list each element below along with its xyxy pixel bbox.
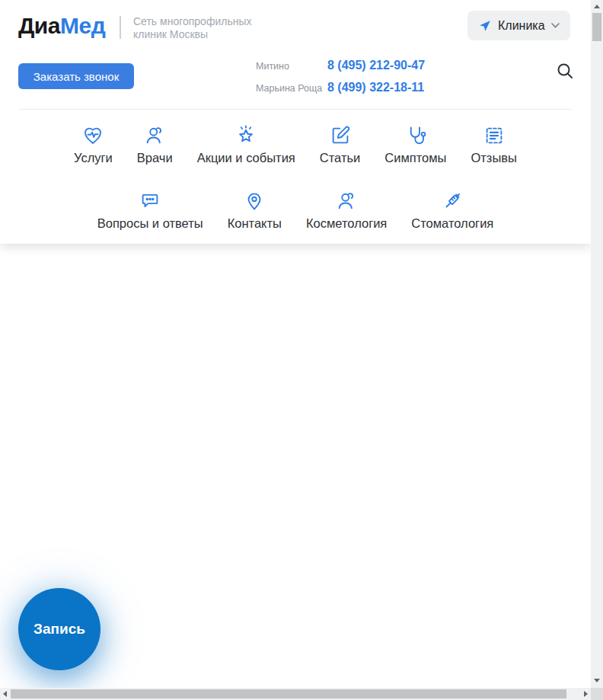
tagline-line2: клиник Москвы bbox=[133, 28, 252, 41]
phones-block: Митино 8 (495) 212-90-47 Марьина Роща 8 … bbox=[256, 59, 425, 103]
logo-part-med: Мед bbox=[60, 13, 105, 38]
review-list-icon bbox=[483, 123, 506, 148]
nav-label: Косметология bbox=[306, 216, 387, 230]
appointment-fab[interactable]: Запись bbox=[18, 588, 100, 670]
nav-item-reviews[interactable]: Отзывы bbox=[471, 123, 516, 165]
nav-item-contacts[interactable]: Контакты bbox=[228, 189, 282, 230]
nav-label: Услуги bbox=[74, 151, 113, 165]
nav-item-doctors[interactable]: Врачи bbox=[137, 123, 173, 165]
scroll-up-arrow-icon[interactable] bbox=[594, 5, 600, 8]
nav-item-promotions[interactable]: Акции и события bbox=[197, 123, 295, 165]
phone-location: Митино bbox=[256, 61, 327, 72]
navigation-arrow-icon bbox=[478, 19, 492, 33]
horizontal-scrollbar[interactable] bbox=[0, 688, 591, 700]
site-tagline: Сеть многопрофильных клиник Москвы bbox=[133, 15, 252, 40]
logo-divider bbox=[120, 16, 121, 39]
phone-row-mitino: Митино 8 (495) 212-90-47 bbox=[256, 59, 425, 72]
order-call-button[interactable]: Заказать звонок bbox=[18, 63, 134, 89]
person-icon bbox=[335, 189, 358, 213]
doctor-icon bbox=[143, 123, 166, 148]
nav-item-services[interactable]: Услуги bbox=[74, 123, 113, 165]
phone-number-link[interactable]: 8 (495) 212-90-47 bbox=[327, 59, 425, 72]
nav-item-faq[interactable]: Вопросы и ответы bbox=[97, 189, 203, 230]
vertical-scrollbar[interactable] bbox=[591, 0, 603, 688]
site-header: ДиаМед Сеть многопрофильных клиник Москв… bbox=[0, 0, 591, 244]
phone-location: Марьина Роща bbox=[256, 83, 327, 94]
nav-item-symptoms[interactable]: Симптомы bbox=[384, 123, 446, 165]
nav-item-dentistry[interactable]: Стоматология bbox=[411, 189, 493, 230]
nav-label: Акции и события bbox=[197, 151, 295, 165]
scroll-right-arrow-icon[interactable] bbox=[584, 691, 588, 697]
site-logo[interactable]: ДиаМед bbox=[18, 13, 105, 39]
clinic-selector-label: Клиника bbox=[498, 19, 545, 33]
map-pin-icon bbox=[243, 189, 266, 213]
syringe-icon bbox=[441, 189, 464, 213]
clinic-selector-button[interactable]: Клиника bbox=[467, 11, 570, 40]
phone-number-link[interactable]: 8 (499) 322-18-11 bbox=[327, 81, 424, 94]
nav-label: Врачи bbox=[137, 151, 173, 165]
nav-label: Отзывы bbox=[471, 151, 516, 165]
nav-label: Вопросы и ответы bbox=[97, 216, 203, 230]
tagline-line1: Сеть многопрофильных bbox=[133, 15, 252, 28]
chat-icon bbox=[139, 189, 161, 213]
edit-icon bbox=[329, 123, 352, 148]
header-divider bbox=[19, 109, 572, 110]
heart-pulse-icon bbox=[81, 123, 104, 148]
nav-label: Симптомы bbox=[384, 151, 446, 165]
scrollbar-corner bbox=[591, 688, 603, 700]
nav-item-cosmetology[interactable]: Косметология bbox=[306, 189, 387, 230]
chevron-down-icon bbox=[551, 23, 560, 28]
horizontal-scrollbar-thumb[interactable] bbox=[11, 689, 566, 698]
search-icon bbox=[556, 71, 574, 82]
scroll-left-arrow-icon[interactable] bbox=[3, 691, 7, 697]
nav-label: Стоматология bbox=[411, 216, 493, 230]
nav-item-articles[interactable]: Статьи bbox=[320, 123, 360, 165]
stethoscope-icon bbox=[404, 123, 427, 148]
star-icon bbox=[234, 123, 257, 148]
nav-row-1: Услуги Врачи Акции и события bbox=[0, 123, 591, 165]
search-button[interactable] bbox=[555, 62, 575, 82]
main-navigation: Услуги Врачи Акции и события bbox=[0, 123, 591, 230]
nav-label: Статьи bbox=[320, 151, 360, 165]
nav-label: Контакты bbox=[228, 216, 282, 230]
page: ДиаМед Сеть многопрофильных клиник Москв… bbox=[0, 0, 603, 700]
logo-part-dia: Диа bbox=[18, 13, 60, 38]
vertical-scrollbar-thumb[interactable] bbox=[592, 13, 601, 41]
phone-row-maryina-roshcha: Марьина Роща 8 (499) 322-18-11 bbox=[256, 81, 425, 94]
scroll-down-arrow-icon[interactable] bbox=[594, 679, 600, 682]
nav-row-2: Вопросы и ответы Контакты Косметология bbox=[0, 189, 591, 230]
